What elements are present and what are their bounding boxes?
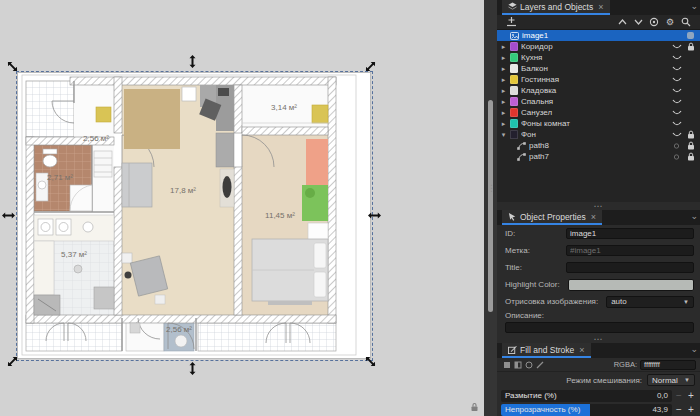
layer-color-icon — [510, 86, 518, 95]
visibility-eye-icon[interactable] — [671, 130, 682, 140]
layer-row-fony-komnat[interactable]: ▸ Фоны комнат — [497, 118, 700, 129]
opacity-slider[interactable]: Непрозрачность (%) 43,9 — [501, 404, 672, 416]
visibility-eye-icon[interactable] — [671, 141, 682, 151]
layer-row-kuhnya[interactable]: ▸ Кухня — [497, 52, 700, 63]
layer-color-icon — [510, 53, 518, 62]
canvas-lock-icon[interactable] — [470, 402, 479, 412]
label-label: Метка: — [505, 246, 530, 255]
layer-color-icon — [510, 64, 518, 73]
panel-menu-icon[interactable]: ⌄ — [690, 344, 698, 354]
expander-icon[interactable]: ▸ — [500, 120, 507, 127]
expander-icon[interactable]: ▸ — [500, 65, 507, 72]
panel-resize-handle[interactable]: ⋯ — [497, 202, 700, 210]
title-label: Title: — [505, 263, 522, 272]
chevron-down-icon: ▼ — [683, 299, 689, 305]
scale-handle-left[interactable] — [2, 209, 15, 222]
visibility-eye-icon[interactable] — [671, 86, 682, 96]
flat-color-icon[interactable] — [503, 361, 511, 369]
close-tab-icon[interactable]: × — [591, 212, 596, 222]
blur-decrease-button[interactable]: − — [674, 390, 684, 402]
lock-icon[interactable] — [685, 42, 696, 52]
gradient-icon[interactable] — [514, 361, 522, 369]
room-label-corridor: 2,56 м² — [83, 134, 109, 143]
visibility-eye-icon[interactable] — [671, 119, 682, 129]
image-rendering-select[interactable]: auto ▼ — [606, 296, 694, 308]
layer-row-koridor[interactable]: ▸ Коридор — [497, 41, 700, 52]
blend-mode-label: Режим смешивания: — [566, 376, 642, 385]
expander-icon[interactable]: ▾ — [500, 131, 507, 138]
visibility-eye-icon[interactable] — [671, 152, 682, 162]
highlight-chip[interactable] — [685, 31, 696, 41]
object-row-path7[interactable]: path7 — [497, 151, 700, 162]
layer-row-kladovka[interactable]: ▸ Кладовка — [497, 85, 700, 96]
layers-icon — [508, 2, 517, 11]
add-layer-button[interactable] — [503, 16, 519, 28]
object-row-path8[interactable]: path8 — [497, 140, 700, 151]
layer-row-sanuzel[interactable]: ▸ Санузел — [497, 107, 700, 118]
expander-icon[interactable]: ▸ — [500, 54, 507, 61]
scrollbar-thumb[interactable] — [488, 100, 493, 312]
opacity-increase-button[interactable]: + — [686, 404, 696, 416]
layer-row-gostinnaya[interactable]: ▸ Гостинная — [497, 74, 700, 85]
lock-icon[interactable] — [685, 130, 696, 140]
expander-icon[interactable]: ▸ — [500, 43, 507, 50]
move-up-button[interactable] — [614, 16, 630, 28]
blur-slider[interactable]: Размытие (%) 0,0 — [501, 390, 672, 402]
blend-mode-select[interactable]: Normal ▼ — [647, 374, 695, 386]
layer-row-balkon[interactable]: ▸ Балкон — [497, 63, 700, 74]
layer-row-image1[interactable]: image1 — [497, 30, 700, 41]
lock-icon[interactable] — [685, 152, 696, 162]
visibility-eye-icon[interactable] — [671, 75, 682, 85]
layer-row-spalnya[interactable]: ▸ Спальня — [497, 96, 700, 107]
scale-handle-top-center[interactable] — [186, 55, 199, 68]
layer-color-icon — [510, 130, 518, 139]
blur-increase-button[interactable]: + — [686, 390, 696, 402]
rgba-value-field[interactable]: ffffffff — [640, 360, 696, 370]
radial-gradient-icon[interactable] — [525, 361, 533, 369]
canvas[interactable]: 2,56 м² 2,71 м² 17,8 м² 3,14 м² 11,45 м²… — [0, 0, 484, 416]
label-input[interactable] — [566, 245, 694, 256]
expander-icon[interactable]: ▸ — [500, 98, 507, 105]
highlight-target-button[interactable] — [646, 16, 662, 28]
floorplan-image[interactable]: 2,56 м² 2,71 м² 17,8 м² 3,14 м² 11,45 м²… — [18, 73, 370, 358]
panel-resize-handle[interactable]: ⋯ — [497, 335, 700, 343]
visibility-eye-icon[interactable] — [671, 53, 682, 63]
lock-icon[interactable] — [685, 141, 696, 151]
layer-row-fon[interactable]: ▾ Фон — [497, 129, 700, 140]
move-down-button[interactable] — [630, 16, 646, 28]
expander-icon[interactable]: ▸ — [500, 109, 507, 116]
tab-title: Object Properties — [520, 212, 586, 222]
layer-color-icon — [510, 97, 518, 106]
layers-toolbar: ⚙ — [497, 15, 700, 30]
visibility-eye-icon[interactable] — [671, 42, 682, 52]
close-tab-icon[interactable]: × — [598, 2, 603, 12]
visibility-eye-icon[interactable] — [671, 108, 682, 118]
id-input[interactable] — [566, 228, 694, 239]
expander-icon[interactable]: ▸ — [500, 87, 507, 94]
splitter-grip[interactable]: ⋮ — [487, 186, 496, 191]
settings-gear-icon[interactable]: ⚙ — [662, 16, 678, 28]
canvas-scrollbar[interactable]: ⋮ — [484, 0, 497, 416]
close-tab-icon[interactable]: × — [579, 345, 584, 355]
scale-handle-right[interactable] — [368, 209, 381, 222]
layer-label: Кухня — [521, 53, 668, 62]
visibility-eye-icon[interactable] — [671, 64, 682, 74]
stroke-slash-icon[interactable] — [536, 361, 544, 369]
search-icon[interactable] — [678, 16, 694, 28]
description-textarea[interactable] — [505, 322, 694, 333]
layer-label: image1 — [522, 31, 682, 40]
object-properties-icon — [508, 212, 517, 221]
tab-fill-and-stroke[interactable]: Fill and Stroke × — [502, 343, 591, 358]
layer-label: Коридор — [521, 42, 668, 51]
tab-object-properties[interactable]: Object Properties × — [502, 210, 602, 225]
scale-handle-bottom-center[interactable] — [186, 362, 199, 375]
panel-menu-icon[interactable]: ⌄ — [690, 211, 698, 221]
opacity-decrease-button[interactable]: − — [674, 404, 684, 416]
visibility-eye-icon[interactable] — [671, 97, 682, 107]
path-icon — [517, 142, 526, 150]
title-input[interactable] — [566, 262, 694, 273]
highlight-color-swatch[interactable] — [568, 279, 694, 291]
panel-menu-icon[interactable]: ⌄ — [690, 1, 698, 11]
tab-layers-and-objects[interactable]: Layers and Objects × — [502, 0, 610, 15]
expander-icon[interactable]: ▸ — [500, 76, 507, 83]
